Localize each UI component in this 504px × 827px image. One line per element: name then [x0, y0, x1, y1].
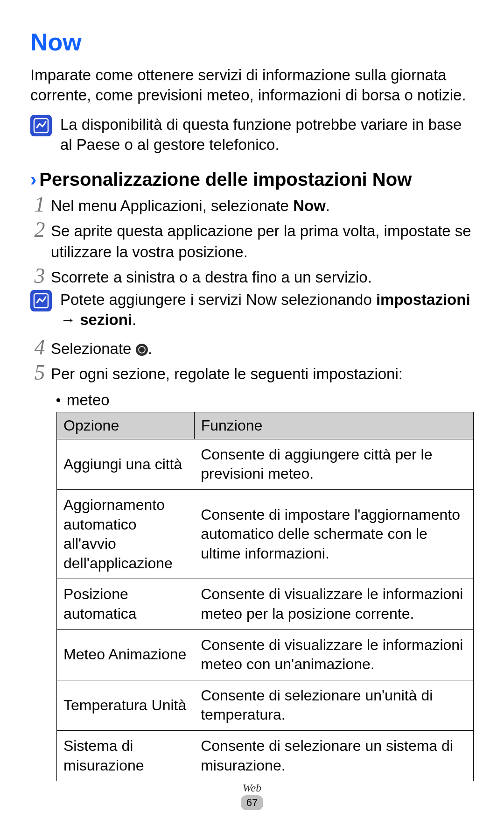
table-row: Aggiornamento automatico all'avvio dell'… — [57, 490, 474, 579]
step-number: 4 — [30, 336, 49, 360]
subheading-caret-icon: › — [30, 169, 36, 190]
table-row: Sistema di misurazione Consente di selez… — [57, 730, 474, 781]
page-footer: Web 67 — [0, 782, 504, 810]
step-text-post: . — [326, 197, 330, 214]
step-body: Nel menu Applicazioni, selezionate Now. — [49, 193, 474, 217]
bullet-label: meteo — [67, 391, 110, 409]
note-icon — [30, 115, 52, 136]
step-body: Se aprite questa applicazione per la pri… — [49, 218, 474, 262]
note-arrow: → — [60, 311, 80, 328]
step-body: Selezionate . — [49, 336, 474, 360]
note-text: Potete aggiungere i servizi Now selezion… — [60, 290, 474, 330]
col-header-function: Funzione — [194, 412, 473, 439]
table-row: Temperatura Unità Consente di selezionar… — [57, 680, 474, 730]
step-number: 1 — [30, 193, 49, 217]
cell-option: Sistema di misurazione — [57, 730, 195, 781]
cell-option: Meteo Animazione — [57, 629, 195, 680]
bullet-dot-icon — [56, 398, 60, 402]
step-text: Selezionate — [51, 340, 136, 357]
step-4: 4 Selezionate . — [30, 336, 474, 360]
page-number-badge: 67 — [241, 795, 263, 810]
manual-page: Now Imparate come ottenere servizi di in… — [0, 0, 504, 827]
cell-function: Consente di selezionare un'unità di temp… — [194, 680, 473, 730]
footer-category: Web — [0, 782, 504, 794]
note-block: Potete aggiungere i servizi Now selezion… — [30, 290, 474, 330]
settings-gear-icon — [136, 344, 148, 356]
step-text: Nel menu Applicazioni, selezionate — [51, 197, 293, 214]
note-bold: impostazioni — [376, 291, 470, 308]
note-icon — [30, 290, 52, 311]
step-bold: Now — [293, 197, 326, 214]
note-bold2: sezioni — [80, 311, 132, 328]
cell-function: Consente di aggiungere città per le prev… — [194, 439, 473, 489]
options-table: Opzione Funzione Aggiungi una città Cons… — [56, 412, 474, 781]
step-number: 5 — [30, 361, 49, 385]
step-1: 1 Nel menu Applicazioni, selezionate Now… — [30, 193, 474, 217]
note-post: . — [132, 311, 136, 328]
section-title: Now — [30, 28, 474, 56]
cell-function: Consente di impostare l'aggiornamento au… — [194, 490, 473, 579]
note-block: La disponibilità di questa funzione potr… — [30, 115, 474, 155]
cell-function: Consente di visualizzare le informazioni… — [194, 579, 473, 629]
subheading: › Personalizzazione delle impostazioni N… — [30, 169, 474, 190]
cell-function: Consente di visualizzare le informazioni… — [194, 629, 473, 680]
col-header-option: Opzione — [57, 412, 195, 439]
step-number: 3 — [30, 264, 49, 288]
table-header-row: Opzione Funzione — [57, 412, 474, 439]
cell-function: Consente di selezionare un sistema di mi… — [194, 730, 473, 781]
step-5: 5 Per ogni sezione, regolate le seguenti… — [30, 361, 474, 385]
cell-option: Aggiornamento automatico all'avvio dell'… — [57, 490, 195, 579]
step-text-post: . — [148, 340, 152, 357]
step-body: Scorrete a sinistra o a destra fino a un… — [49, 264, 474, 288]
subheading-title: Personalizzazione delle impostazioni Now — [39, 169, 412, 190]
note-text: La disponibilità di questa funzione potr… — [60, 115, 474, 155]
table-row: Aggiungi una città Consente di aggiunger… — [57, 439, 474, 489]
step-3: 3 Scorrete a sinistra o a destra fino a … — [30, 264, 474, 288]
note-pre: Potete aggiungere i servizi Now selezion… — [60, 291, 376, 308]
cell-option: Posizione automatica — [57, 579, 195, 629]
table-row: Meteo Animazione Consente di visualizzar… — [57, 629, 474, 680]
cell-option: Aggiungi una città — [57, 439, 195, 489]
step-body: Per ogni sezione, regolate le seguenti i… — [49, 361, 474, 385]
footer-page: 67 — [0, 795, 504, 810]
step-number: 2 — [30, 218, 49, 242]
table-row: Posizione automatica Consente di visuali… — [57, 579, 474, 629]
cell-option: Temperatura Unità — [57, 680, 195, 730]
bullet-item: meteo — [56, 391, 474, 409]
section-intro: Imparate come ottenere servizi di inform… — [30, 65, 474, 106]
step-2: 2 Se aprite questa applicazione per la p… — [30, 218, 474, 262]
